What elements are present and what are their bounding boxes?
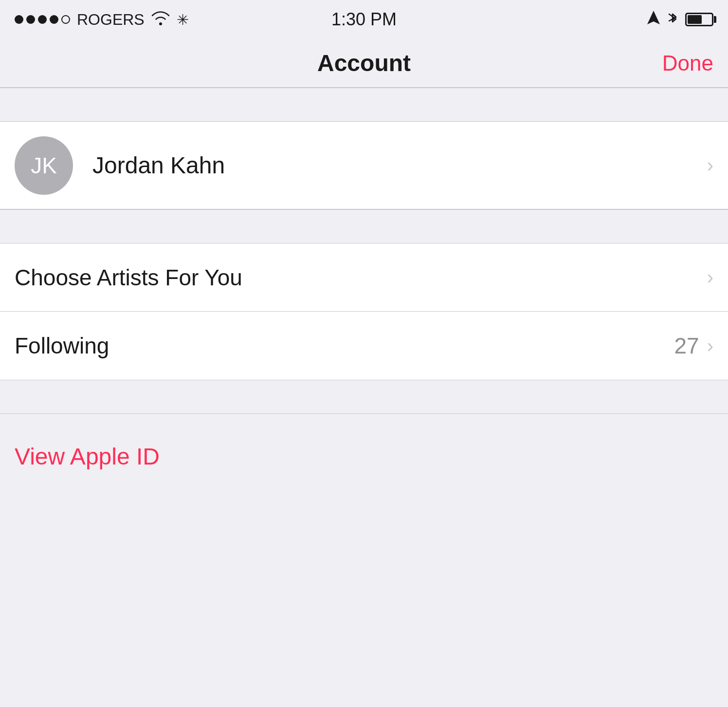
section-gap-bottom: [0, 380, 728, 414]
choose-artists-chevron-icon: ›: [707, 266, 713, 288]
signal-dot-3: [38, 15, 47, 24]
following-chevron-icon: ›: [707, 335, 713, 357]
status-time: 1:30 PM: [331, 9, 397, 30]
user-profile-row[interactable]: JK Jordan Kahn ›: [0, 122, 728, 209]
view-apple-id-button[interactable]: View Apple ID: [15, 444, 160, 469]
location-icon: [647, 11, 660, 29]
signal-dot-4: [50, 15, 58, 24]
signal-dots: [15, 15, 70, 24]
battery-indicator: [685, 13, 713, 26]
signal-dot-2: [26, 15, 35, 24]
avatar-initials: JK: [31, 152, 57, 179]
page-title: Account: [317, 50, 411, 76]
following-count: 27: [674, 333, 699, 359]
section-gap-top: [0, 88, 728, 122]
nav-bar: Account Done: [0, 39, 728, 88]
menu-section: Choose Artists For You › Following 27 ›: [0, 243, 728, 380]
following-label: Following: [15, 333, 674, 359]
choose-artists-label: Choose Artists For You: [15, 264, 707, 291]
signal-dot-1: [15, 15, 23, 24]
user-name: Jordan Kahn: [92, 152, 707, 179]
signal-dot-5: [61, 15, 70, 24]
battery-body: [685, 13, 713, 26]
battery-fill: [688, 15, 702, 24]
avatar: JK: [15, 136, 73, 195]
done-button[interactable]: Done: [662, 51, 713, 75]
following-row[interactable]: Following 27 ›: [0, 312, 728, 380]
chevron-right-icon: ›: [707, 154, 713, 176]
loading-icon: ✳: [177, 11, 189, 28]
choose-artists-row[interactable]: Choose Artists For You ›: [0, 243, 728, 312]
bottom-section: View Apple ID: [0, 414, 728, 499]
bluetooth-icon: [668, 10, 677, 29]
wifi-icon: [151, 11, 170, 29]
status-bar: ROGERS ✳ 1:30 PM: [0, 0, 728, 39]
status-left: ROGERS ✳: [15, 11, 189, 29]
carrier-name: ROGERS: [77, 11, 145, 29]
section-gap-middle: [0, 209, 728, 243]
status-right: [647, 10, 713, 29]
